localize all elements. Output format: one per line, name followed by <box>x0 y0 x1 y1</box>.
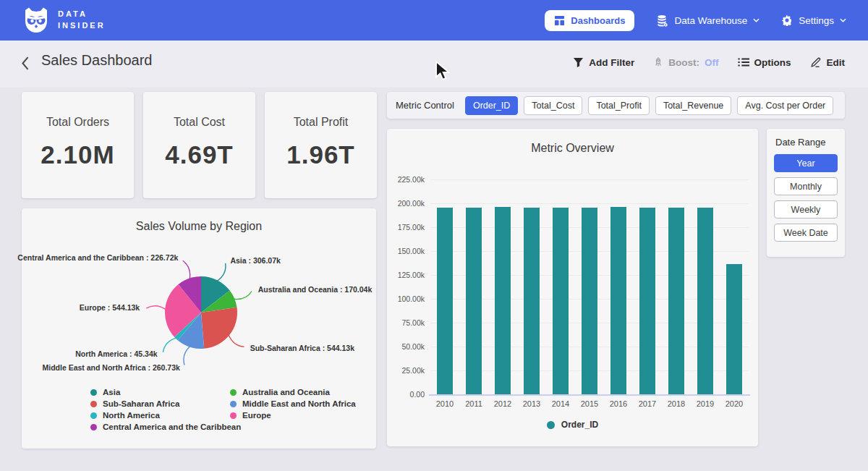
bar-2015[interactable] <box>582 208 597 394</box>
bar-legend-item[interactable]: Order_ID <box>387 420 758 430</box>
settings-menu[interactable]: Settings <box>781 14 846 26</box>
bars-row <box>430 179 749 394</box>
date-range-label: Date Range <box>775 137 838 148</box>
kpi-value: 1.96T <box>265 140 377 169</box>
pie-slice-sub-saharan-africa[interactable] <box>201 307 237 349</box>
top-nav: DATA INSIDER Dashboards <box>0 0 868 41</box>
pie-label-north-america: North America : 45.34k <box>75 349 158 358</box>
brand-logo[interactable]: DATA INSIDER <box>22 6 106 35</box>
chevron-down-icon <box>753 18 760 22</box>
metric-chip-total-cost[interactable]: Total_Cost <box>524 96 582 115</box>
date-range-week-date[interactable]: Week Date <box>774 224 838 242</box>
bar-slot <box>517 179 546 394</box>
bar-2018[interactable] <box>668 208 684 394</box>
x-axis-label-2011: 2011 <box>459 399 488 408</box>
bar-slot <box>633 179 662 394</box>
legend-item-north-america[interactable]: North America <box>90 410 241 421</box>
pie-label-line <box>163 338 176 352</box>
pie-chart-title: Sales Volume by Region <box>22 208 376 233</box>
legend-item-middle-east-and-north-africa[interactable]: Middle East and North Africa <box>230 398 356 410</box>
bar-slot <box>662 179 691 394</box>
y-axis-tick: 225.00k <box>387 175 425 184</box>
legend-dot <box>547 421 555 429</box>
pie-label-central-america-and-the-caribbean: Central America and the Caribbean : 226.… <box>17 253 178 262</box>
settings-label: Settings <box>799 15 834 26</box>
legend-label: Asia <box>103 388 120 396</box>
legend-item-sub-saharan-africa[interactable]: Sub-Saharan Africa <box>90 398 241 410</box>
metric-chip-avg-cost-per-order[interactable]: Avg. Cost per Order <box>737 96 833 115</box>
bar-slot <box>459 179 488 394</box>
x-axis-labels: 2010201120122013201420152016201720182019… <box>430 399 749 408</box>
x-axis-label-2016: 2016 <box>604 399 633 408</box>
date-range-monthly[interactable]: Monthly <box>774 177 838 195</box>
bar-2013[interactable] <box>524 208 540 394</box>
date-range-panel: Date Range YearMonthlyWeeklyWeek Date <box>767 129 845 257</box>
x-axis-label-2019: 2019 <box>691 399 720 408</box>
legend-item-asia[interactable]: Asia <box>90 386 241 398</box>
metric-control-label: Metric Control <box>396 100 454 111</box>
y-axis-tick: 200.00k <box>387 199 425 208</box>
dashboards-button[interactable]: Dashboards <box>545 10 634 31</box>
x-axis-label-2017: 2017 <box>633 399 662 408</box>
legend-item-central-america-and-the-caribbean[interactable]: Central America and the Caribbean <box>90 421 241 433</box>
edit-button[interactable]: Edit <box>810 56 846 68</box>
bar-2020[interactable] <box>726 264 742 394</box>
bar-legend-label: Order_ID <box>561 420 598 430</box>
legend-dot <box>90 389 97 396</box>
metric-chips: Order_IDTotal_CostTotal_ProfitTotal_Reve… <box>465 96 833 115</box>
pie-label-line <box>184 346 191 365</box>
bar-2011[interactable] <box>466 208 482 394</box>
x-axis-label-2013: 2013 <box>517 399 546 408</box>
y-axis-tick: 100.00k <box>387 294 425 303</box>
dashboards-label: Dashboards <box>571 15 625 26</box>
bar-2019[interactable] <box>697 208 713 394</box>
pie-label-australia-and-oceania: Australia and Oceania : 170.04k <box>258 285 373 294</box>
bar-2014[interactable] <box>553 208 569 394</box>
metric-chip-total-profit[interactable]: Total_Profit <box>588 96 650 115</box>
pie-legend-column-2: Australia and OceaniaMiddle East and Nor… <box>230 386 356 421</box>
add-filter-button[interactable]: Add Filter <box>573 57 634 68</box>
x-axis-label-2012: 2012 <box>488 399 517 408</box>
back-button[interactable] <box>20 56 30 71</box>
data-warehouse-label: Data Warehouse <box>674 15 747 26</box>
date-range-year[interactable]: Year <box>774 154 838 172</box>
legend-item-australia-and-oceania[interactable]: Australia and Oceania <box>230 386 356 398</box>
metric-control-bar: Metric Control Order_IDTotal_CostTotal_P… <box>387 92 845 119</box>
add-filter-label: Add Filter <box>589 57 634 68</box>
bar-2017[interactable] <box>639 208 655 394</box>
pie-label-line <box>229 334 244 347</box>
date-range-weekly[interactable]: Weekly <box>774 200 838 218</box>
legend-label: Australia and Oceania <box>242 388 330 396</box>
x-axis-label-2010: 2010 <box>430 399 459 408</box>
bar-2012[interactable] <box>495 207 511 394</box>
gear-icon <box>781 14 793 26</box>
sales-volume-pie-chart: Asia : 306.07kAustralia and Oceania : 17… <box>22 240 376 383</box>
edit-label: Edit <box>827 57 846 68</box>
title-bar: Sales Dashboard Add Filter Boost: Off <box>0 41 868 88</box>
data-warehouse-menu[interactable]: Data Warehouse <box>656 14 760 27</box>
bar-slot <box>430 179 459 394</box>
pie-label-line <box>233 292 252 300</box>
kpi-value: 4.69T <box>143 140 255 169</box>
legend-dot <box>90 401 97 407</box>
metric-chip-order-id[interactable]: Order_ID <box>465 96 518 115</box>
bar-2010[interactable] <box>437 208 453 394</box>
brand-name-line2: INSIDER <box>58 20 106 32</box>
x-axis-label-2018: 2018 <box>662 399 691 408</box>
rocket-icon <box>653 56 663 68</box>
chevron-down-icon <box>840 18 846 22</box>
options-button[interactable]: Options <box>738 57 791 68</box>
bar-2016[interactable] <box>610 207 626 394</box>
sales-dashboard-app: DATA INSIDER Dashboards <box>0 0 868 471</box>
legend-label: Sub-Saharan Africa <box>103 399 179 408</box>
kpi-label: Total Cost <box>143 116 255 129</box>
legend-item-europe[interactable]: Europe <box>230 410 356 421</box>
kpi-card-total-profit: Total Profit1.96T <box>265 92 377 198</box>
title-bar-actions: Add Filter Boost: Off <box>573 56 845 68</box>
boost-toggle[interactable]: Boost: Off <box>653 56 718 68</box>
legend-label: Europe <box>242 411 271 420</box>
y-axis-tick: 25.00k <box>387 366 425 375</box>
dashboard-grid-icon <box>554 15 565 26</box>
metric-chip-total-revenue[interactable]: Total_Revenue <box>655 96 731 115</box>
chevron-left-icon <box>21 56 30 70</box>
